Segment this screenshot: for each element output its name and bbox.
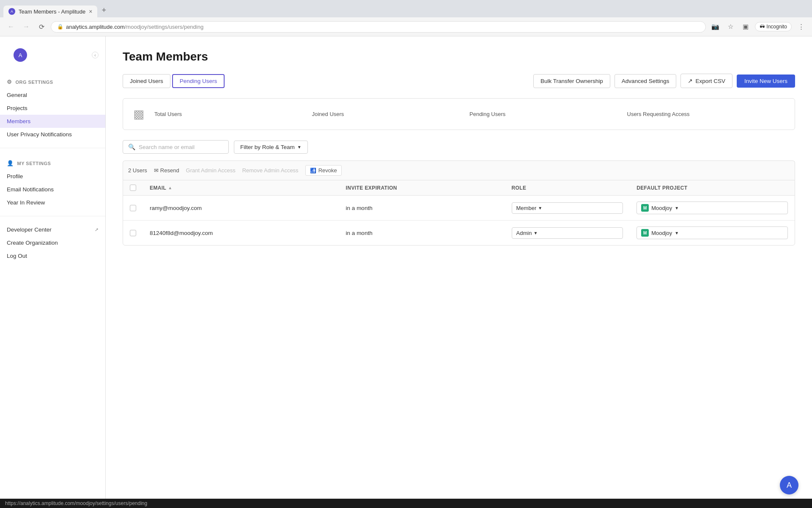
filter-dropdown[interactable]: Filter by Role & Team ▼ bbox=[234, 141, 308, 154]
chevron-down-icon: ▼ bbox=[533, 231, 538, 235]
more-options-icon[interactable]: ⋮ bbox=[795, 21, 807, 33]
expiration-column-header: INVITE EXPIRATION bbox=[339, 180, 505, 196]
sidebar-item-developer-center[interactable]: Developer Center ➚ bbox=[0, 223, 105, 236]
bottom-section: Developer Center ➚ Create Organization L… bbox=[0, 218, 105, 268]
back-button[interactable]: ← bbox=[5, 21, 17, 33]
project-column-header: DEFAULT PROJECT bbox=[630, 180, 795, 196]
lock-icon: 🔒 bbox=[57, 24, 63, 30]
sidebar-item-create-org[interactable]: Create Organization bbox=[0, 236, 105, 249]
tab-favicon: A bbox=[8, 8, 15, 15]
chevron-down-icon-3: ▼ bbox=[675, 231, 679, 235]
export-icon: ↗ bbox=[688, 77, 693, 84]
table-head: EMAIL ▲ INVITE EXPIRATION ROLE DEFAULT P… bbox=[123, 180, 795, 196]
invite-new-users-button[interactable]: Invite New Users bbox=[737, 75, 795, 88]
remove-admin-action[interactable]: Remove Admin Access bbox=[242, 167, 299, 174]
joined-users-stat: Joined Users bbox=[312, 111, 470, 117]
row-2-role-dropdown[interactable]: Admin ▼ bbox=[512, 227, 623, 239]
status-bar: https://analytics.amplitude.com/moodjoy/… bbox=[0, 499, 812, 508]
row-2-checkbox-cell bbox=[123, 221, 143, 246]
actions-toolbar: 2 Users ✉ Resend Grant Admin Access Remo… bbox=[123, 160, 795, 180]
stats-card: ▩ Total Users Joined Users Pending Users… bbox=[123, 98, 795, 130]
row-2-expiration: in a month bbox=[339, 221, 505, 246]
incognito-badge[interactable]: 🕶 Incognito bbox=[755, 22, 792, 31]
grant-admin-action[interactable]: Grant Admin Access bbox=[186, 167, 236, 174]
amplitude-fab[interactable]: A bbox=[780, 476, 798, 494]
row-1-role: Member ▼ bbox=[505, 196, 630, 221]
chevron-down-icon: ▼ bbox=[538, 206, 542, 210]
row-2-checkbox[interactable] bbox=[130, 230, 136, 236]
incognito-icon: 🕶 bbox=[760, 24, 765, 30]
advanced-settings-button[interactable]: Advanced Settings bbox=[614, 74, 677, 88]
pending-users-tab[interactable]: Pending Users bbox=[172, 74, 225, 88]
org-settings-header: ⚙ ORG SETTINGS bbox=[0, 77, 105, 88]
tabs-row: Joined Users Pending Users Bulk Transfer… bbox=[123, 74, 795, 88]
select-all-checkbox[interactable] bbox=[130, 185, 136, 191]
chevron-down-icon-2: ▼ bbox=[675, 206, 679, 210]
sidebar-divider bbox=[0, 148, 105, 148]
sidebar-item-logout[interactable]: Log Out bbox=[0, 249, 105, 262]
avatar: A bbox=[14, 48, 27, 62]
sidebar-divider-2 bbox=[0, 216, 105, 216]
browser-chrome: A Team Members - Amplitude × + ← → ⟳ 🔒 a… bbox=[0, 0, 812, 36]
external-link-icon: ➚ bbox=[95, 227, 99, 232]
url-bar[interactable]: 🔒 analytics.amplitude.com/moodjoy/settin… bbox=[51, 21, 706, 33]
page-title: Team Members bbox=[123, 50, 795, 64]
amplitude-fab-icon: A bbox=[787, 481, 792, 490]
send-icon: ✉ bbox=[154, 167, 159, 174]
search-icon: 🔍 bbox=[128, 144, 135, 150]
sidebar-item-privacy[interactable]: User Privacy Notifications bbox=[0, 128, 105, 141]
sidebar-item-members[interactable]: Members bbox=[0, 115, 105, 128]
tabs: Joined Users Pending Users bbox=[123, 74, 225, 88]
table-body: ramy@moodjoy.com in a month Member ▼ bbox=[123, 196, 795, 246]
main-content: Team Members Joined Users Pending Users … bbox=[106, 36, 812, 499]
row-1-role-dropdown[interactable]: Member ▼ bbox=[512, 202, 623, 214]
tab-bar: A Team Members - Amplitude × + bbox=[0, 0, 812, 17]
project-initial-icon: M bbox=[641, 204, 649, 212]
active-tab[interactable]: A Team Members - Amplitude × bbox=[3, 6, 97, 17]
my-settings-section: 👤 MY SETTINGS Profile Email Notification… bbox=[0, 150, 105, 214]
requesting-access-stat: Users Requesting Access bbox=[627, 111, 785, 117]
search-input[interactable] bbox=[139, 144, 223, 150]
user-count: 2 Users bbox=[128, 167, 147, 174]
table-row: ramy@moodjoy.com in a month Member ▼ bbox=[123, 196, 795, 221]
tab-close-button[interactable]: × bbox=[89, 8, 92, 15]
url-text: analytics.amplitude.com/moodjoy/settings… bbox=[66, 24, 203, 30]
sidebar: A ‹ ⚙ ORG SETTINGS General Projects Memb… bbox=[0, 36, 106, 499]
export-csv-button[interactable]: ↗ Export CSV bbox=[680, 74, 732, 88]
sort-icon[interactable]: ▲ bbox=[168, 185, 172, 190]
sidebar-item-projects[interactable]: Projects bbox=[0, 102, 105, 115]
org-settings-section: ⚙ ORG SETTINGS General Projects Members … bbox=[0, 72, 105, 146]
row-1-checkbox[interactable] bbox=[130, 205, 136, 211]
row-1-project-badge[interactable]: M Moodjoy ▼ bbox=[636, 202, 788, 214]
joined-users-tab[interactable]: Joined Users bbox=[123, 74, 170, 88]
revoke-button[interactable]: 🚮 Revoke bbox=[305, 165, 342, 176]
forward-button[interactable]: → bbox=[20, 21, 32, 33]
new-tab-button[interactable]: + bbox=[97, 3, 110, 17]
email-column-header: EMAIL ▲ bbox=[143, 180, 339, 196]
pending-users-stat: Pending Users bbox=[469, 111, 627, 117]
sidebar-item-general[interactable]: General bbox=[0, 88, 105, 102]
sidebar-collapse-button[interactable]: ‹ bbox=[92, 52, 99, 58]
reload-button[interactable]: ⟳ bbox=[36, 21, 47, 33]
table-container: EMAIL ▲ INVITE EXPIRATION ROLE DEFAULT P… bbox=[123, 180, 795, 246]
users-table: EMAIL ▲ INVITE EXPIRATION ROLE DEFAULT P… bbox=[123, 180, 795, 245]
sidebar-item-year-in-review[interactable]: Year In Review bbox=[0, 196, 105, 209]
project-initial-icon-2: M bbox=[641, 229, 649, 237]
search-box[interactable]: 🔍 bbox=[123, 140, 229, 154]
row-2-email: 81240f8d@moodjoy.com bbox=[143, 221, 339, 246]
row-1-email: ramy@moodjoy.com bbox=[143, 196, 339, 221]
star-icon[interactable]: ☆ bbox=[724, 21, 736, 33]
row-2-project: M Moodjoy ▼ bbox=[630, 221, 795, 246]
table-section: 2 Users ✉ Resend Grant Admin Access Remo… bbox=[123, 160, 795, 246]
bulk-transfer-button[interactable]: Bulk Transfer Ownership bbox=[533, 74, 610, 88]
sidebar-item-profile[interactable]: Profile bbox=[0, 170, 105, 183]
total-users-stat: Total Users bbox=[154, 111, 312, 117]
video-icon[interactable]: 📷 bbox=[709, 21, 721, 33]
row-1-project: M Moodjoy ▼ bbox=[630, 196, 795, 221]
extension-icon[interactable]: ▣ bbox=[740, 21, 752, 33]
row-2-project-badge[interactable]: M Moodjoy ▼ bbox=[636, 226, 788, 239]
sidebar-item-email-notifications[interactable]: Email Notifications bbox=[0, 183, 105, 196]
resend-action[interactable]: ✉ Resend bbox=[154, 167, 179, 174]
browser-actions: 📷 ☆ ▣ 🕶 Incognito ⋮ bbox=[709, 21, 807, 33]
status-url: https://analytics.amplitude.com/moodjoy/… bbox=[5, 500, 147, 506]
